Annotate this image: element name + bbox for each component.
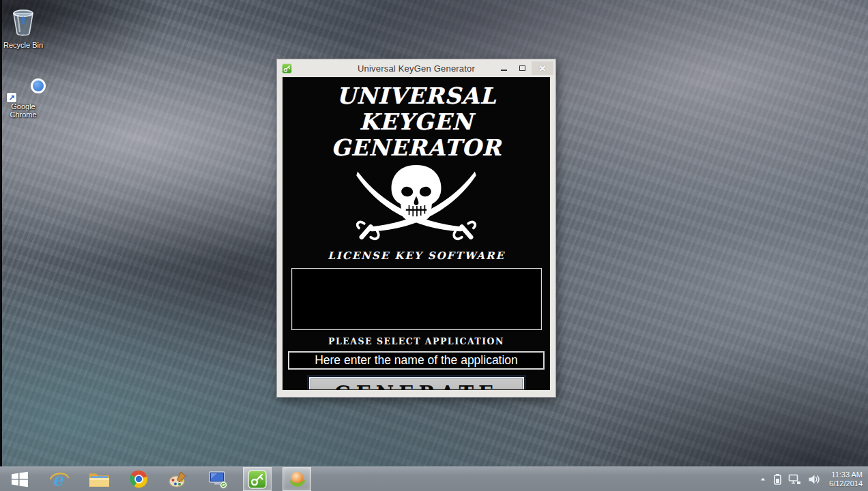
- taskbar-item-computer[interactable]: [203, 467, 232, 491]
- keygen-window-body: UNIVERSAL KEYGEN GENERATOR LICENSE KE: [283, 77, 550, 390]
- clock-time: 11:33 AM: [829, 471, 863, 479]
- taskbar-item-internet-explorer[interactable]: e: [45, 467, 74, 491]
- network-icon[interactable]: [788, 474, 802, 485]
- application-name-input[interactable]: [288, 351, 545, 370]
- chrome-icon: [129, 469, 149, 489]
- desktop-icon-label: Recycle Bin: [3, 41, 44, 49]
- desktop: Recycle Bin ↗ Google Chrome Universal Ke…: [0, 0, 868, 491]
- keygen-key-icon: [248, 470, 267, 489]
- window-titlebar[interactable]: Universal KeyGen Generator ✕: [277, 59, 555, 77]
- taskbar-item-file-explorer[interactable]: [85, 467, 113, 491]
- paint-palette-icon: [168, 469, 188, 490]
- taskbar-item-sphere-app[interactable]: [283, 467, 311, 491]
- chrome-icon: ↗: [8, 71, 38, 101]
- taskbar-clock[interactable]: 11:33 AM 6/12/2014: [826, 471, 863, 488]
- windows-logo-icon: [11, 471, 29, 488]
- desktop-icon-label: Google Chrome: [3, 102, 44, 119]
- taskbar-item-keygen-app[interactable]: [243, 467, 272, 491]
- desktop-icon-google-chrome[interactable]: ↗ Google Chrome: [3, 71, 44, 119]
- app-heading: UNIVERSAL KEYGEN GENERATOR: [283, 83, 549, 161]
- svg-text:e: e: [53, 470, 65, 490]
- app-heading-line1: UNIVERSAL KEYGEN: [283, 83, 549, 135]
- app-heading-line2: GENERATOR: [283, 135, 549, 161]
- minimize-button[interactable]: [495, 61, 513, 75]
- computer-icon: [207, 469, 228, 490]
- taskbar-item-paint[interactable]: [164, 467, 192, 491]
- desktop-icon-recycle-bin[interactable]: Recycle Bin: [3, 5, 44, 49]
- taskbar: e: [0, 466, 868, 491]
- folder-icon: [89, 471, 110, 488]
- keygen-window: Universal KeyGen Generator ✕ UNIVERSAL K…: [276, 59, 556, 398]
- taskbar-item-chrome[interactable]: [124, 467, 153, 491]
- keygen-app-icon: [282, 63, 292, 74]
- application-listbox[interactable]: [291, 268, 542, 330]
- volume-icon[interactable]: [808, 474, 820, 485]
- orange-sphere-icon: [287, 469, 307, 489]
- maximize-button[interactable]: [513, 61, 532, 75]
- generate-button[interactable]: GENERATE: [309, 377, 524, 390]
- battery-icon[interactable]: [773, 473, 782, 486]
- close-button[interactable]: ✕: [532, 61, 553, 75]
- select-application-label: PLEASE SELECT APPLICATION: [283, 336, 549, 346]
- hidden-icons-arrow-icon[interactable]: [759, 475, 767, 483]
- shortcut-arrow-icon: ↗: [7, 93, 16, 102]
- clock-date: 6/12/2014: [829, 479, 863, 488]
- recycle-bin-icon: [3, 5, 44, 40]
- system-tray: 11:33 AM 6/12/2014: [759, 467, 868, 491]
- start-button[interactable]: [5, 467, 34, 491]
- license-tagline: LICENSE KEY SOFTWARE: [283, 250, 549, 262]
- pirate-skull-crossed-swords-icon: [349, 164, 483, 248]
- ie-icon: e: [49, 469, 70, 490]
